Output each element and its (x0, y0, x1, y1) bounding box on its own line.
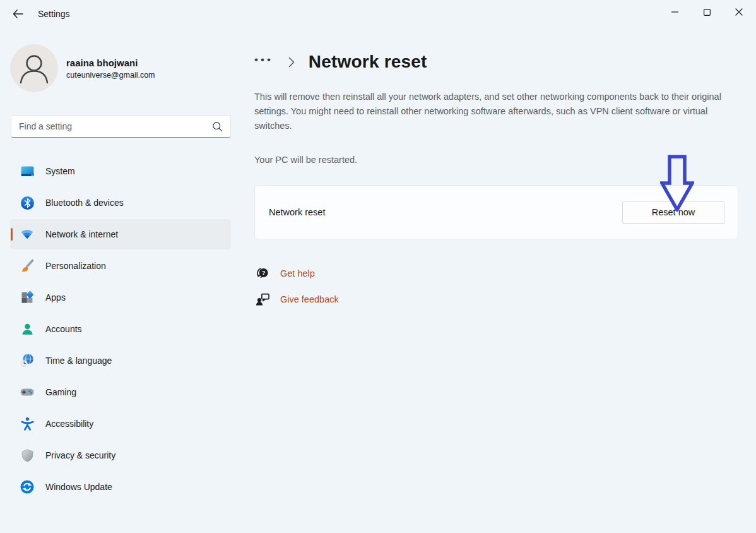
back-button[interactable] (8, 4, 28, 24)
sidebar-item-bluetooth-devices[interactable]: Bluetooth & devices (10, 188, 231, 218)
accent-pill (11, 228, 13, 241)
sidebar-item-label: Apps (45, 292, 66, 302)
give-feedback-row: Give feedback (254, 290, 738, 308)
close-icon (735, 8, 743, 16)
personalization-icon (19, 258, 35, 274)
breadcrumb: ••• Network reset (254, 48, 738, 76)
accounts-icon (19, 321, 35, 337)
search-icon (212, 121, 223, 132)
sidebar-item-label: Network & internet (45, 229, 118, 239)
svg-text:?: ? (262, 269, 266, 276)
breadcrumb-ellipsis-button[interactable]: ••• (254, 54, 273, 70)
user-name: raaina bhojwani (66, 57, 155, 68)
sidebar-item-system[interactable]: System (10, 156, 231, 186)
settings-window: Settings (0, 0, 756, 533)
sidebar-item-accessibility[interactable]: Accessibility (10, 409, 231, 439)
minimize-icon (671, 11, 678, 13)
sidebar-item-label: Windows Update (45, 482, 112, 492)
sidebar-item-personalization[interactable]: Personalization (10, 251, 231, 281)
search-input[interactable] (11, 121, 212, 131)
user-email: cuteuniverse@gmail.com (66, 71, 155, 80)
sidebar-item-privacy-security[interactable]: Privacy & security (10, 440, 231, 470)
close-button[interactable] (724, 0, 753, 24)
main-content: ••• Network reset This will remove then … (254, 28, 738, 533)
person-icon (10, 44, 58, 92)
system-icon (19, 163, 35, 179)
window-controls (660, 0, 756, 28)
sidebar-item-label: Privacy & security (45, 450, 115, 460)
card-label: Network reset (269, 207, 325, 217)
annotation-arrow-down (660, 155, 694, 212)
sidebar-item-label: Accessibility (45, 419, 93, 429)
sidebar-item-label: Personalization (45, 261, 106, 271)
minimize-button[interactable] (660, 0, 689, 24)
chevron-right-icon (288, 57, 295, 68)
sidebar-item-gaming[interactable]: Gaming (10, 377, 231, 407)
search-box (11, 115, 231, 138)
accessibility-icon (19, 416, 35, 432)
gaming-icon (19, 384, 35, 400)
page-description: This will remove then reinstall all your… (254, 90, 724, 133)
sidebar-item-label: Bluetooth & devices (45, 198, 124, 208)
profile-text: raaina bhojwani cuteuniverse@gmail.com (66, 57, 155, 80)
titlebar: Settings (0, 0, 756, 28)
sidebar-item-label: Gaming (45, 387, 76, 397)
time-language-icon (19, 352, 35, 369)
give-feedback-link[interactable]: Give feedback (280, 294, 339, 304)
settings-nav: System Bluetooth & devices (0, 156, 241, 502)
sidebar-item-label: Accounts (45, 324, 82, 334)
network-wifi-icon (19, 226, 35, 243)
get-help-row: ? Get help (254, 265, 738, 282)
maximize-icon (704, 9, 711, 16)
sidebar-item-windows-update[interactable]: Windows Update (10, 472, 231, 502)
sidebar-item-label: System (45, 166, 75, 176)
bluetooth-icon (19, 195, 35, 211)
get-help-icon: ? (254, 266, 271, 281)
sidebar: raaina bhojwani cuteuniverse@gmail.com (0, 28, 241, 533)
get-help-link[interactable]: Get help (280, 268, 315, 278)
page-title: Network reset (309, 52, 427, 72)
help-links: ? Get help Give feedback (254, 265, 738, 308)
user-profile[interactable]: raaina bhojwani cuteuniverse@gmail.com (10, 44, 241, 92)
sidebar-item-network-internet[interactable]: Network & internet (10, 219, 231, 249)
give-feedback-icon (254, 292, 271, 307)
back-arrow-icon (13, 9, 23, 18)
sidebar-item-time-language[interactable]: Time & language (10, 345, 231, 376)
maximize-button[interactable] (692, 0, 721, 24)
sidebar-item-accounts[interactable]: Accounts (10, 314, 231, 344)
app-title: Settings (38, 9, 70, 19)
windows-update-icon (19, 479, 35, 495)
apps-icon (19, 289, 35, 306)
avatar (10, 44, 58, 92)
privacy-shield-icon (19, 447, 35, 464)
sidebar-item-apps[interactable]: Apps (10, 282, 231, 313)
sidebar-item-label: Time & language (45, 356, 112, 366)
